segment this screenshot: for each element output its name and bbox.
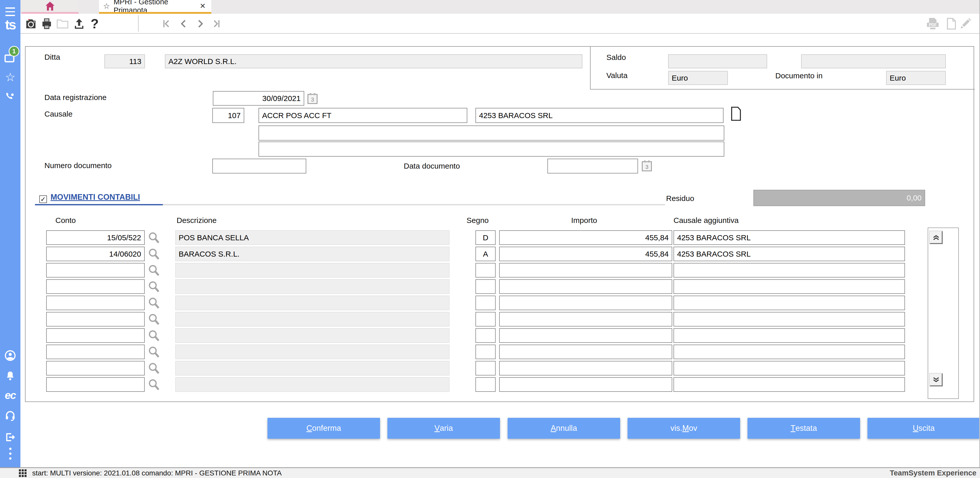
conto-field[interactable] <box>46 295 145 310</box>
search-icon[interactable] <box>147 231 161 245</box>
edit-icon[interactable] <box>959 17 972 30</box>
favorite-star-icon[interactable]: ☆ <box>103 2 110 11</box>
conto-field[interactable]: 14/06020 <box>46 247 145 261</box>
search-icon[interactable] <box>147 378 161 392</box>
ec-logo[interactable]: ec <box>0 389 21 402</box>
segno-field[interactable]: A <box>476 247 496 261</box>
segno-field[interactable] <box>476 377 496 392</box>
segno-field[interactable] <box>476 279 496 294</box>
conto-field[interactable] <box>46 361 145 375</box>
help-icon[interactable]: ? <box>88 17 102 30</box>
nav-last-icon[interactable] <box>210 17 224 30</box>
footer-button[interactable]: Uscita <box>867 418 980 439</box>
segno-field[interactable] <box>476 312 496 327</box>
search-icon[interactable] <box>147 345 161 359</box>
search-icon[interactable] <box>147 247 161 261</box>
new-page-icon[interactable] <box>944 17 958 30</box>
movimenti-section-title[interactable]: MOVIMENTI CONTABILI <box>51 192 140 202</box>
folder-icon[interactable] <box>56 17 69 30</box>
importo-field[interactable] <box>499 377 672 392</box>
calendar-icon[interactable]: 3 <box>641 160 652 172</box>
data-registrazione-field[interactable]: 30/09/2021 <box>213 91 304 106</box>
conto-field[interactable] <box>46 279 145 294</box>
search-icon[interactable] <box>147 313 161 327</box>
segno-field[interactable] <box>476 263 496 278</box>
causale-aggiuntiva-field[interactable] <box>673 295 905 310</box>
scroll-down-icon[interactable] <box>930 373 942 386</box>
importo-field[interactable] <box>499 295 672 310</box>
conto-field[interactable]: 15/05/522 <box>46 230 145 245</box>
causale-aggiuntiva-field[interactable] <box>673 345 905 359</box>
search-icon[interactable] <box>147 361 161 375</box>
footer-button[interactable]: Testata <box>748 418 860 439</box>
segno-field[interactable]: D <box>476 230 496 245</box>
nav-next-icon[interactable] <box>193 17 207 30</box>
causale-desc-field[interactable]: ACCR POS ACC FT <box>259 108 467 123</box>
causale-code-field[interactable]: 107 <box>212 108 244 123</box>
kebab-icon[interactable] <box>0 446 21 461</box>
phone-icon[interactable] <box>0 90 21 103</box>
importo-field[interactable]: 455,84 <box>499 230 672 245</box>
user-icon[interactable] <box>0 349 21 362</box>
causale-aggiuntiva-field[interactable]: 4253 BARACOS SRL <box>673 247 905 261</box>
tab-active-underline <box>99 12 211 14</box>
footer-button[interactable]: Annulla <box>508 418 620 439</box>
tab-active[interactable]: ☆ MPRI - Gestione Primanota ✕ <box>99 0 211 12</box>
importo-field[interactable] <box>499 345 672 359</box>
upload-icon[interactable] <box>72 17 86 30</box>
causale-aggiuntiva-field[interactable] <box>673 328 905 343</box>
camera-icon[interactable] <box>24 17 38 30</box>
causale-aggiuntiva-field[interactable] <box>673 279 905 294</box>
sidebar: ts 1 ☆ ec <box>0 0 21 467</box>
tab-close-icon[interactable]: ✕ <box>200 2 206 10</box>
causale-aggiuntiva-field[interactable] <box>673 377 905 392</box>
conto-field[interactable] <box>46 345 145 359</box>
app-grid-icon[interactable] <box>19 469 27 477</box>
calendar-icon[interactable]: 3 <box>307 92 318 105</box>
importo-field[interactable] <box>499 263 672 278</box>
segno-field[interactable] <box>476 361 496 375</box>
causale-note-field-1[interactable] <box>259 125 724 141</box>
segno-field[interactable] <box>476 295 496 310</box>
search-icon[interactable] <box>147 329 161 343</box>
nav-prev-icon[interactable] <box>177 17 190 30</box>
footer-button[interactable]: vis. Mov <box>628 418 740 439</box>
importo-field[interactable] <box>499 279 672 294</box>
star-icon[interactable]: ☆ <box>0 70 21 84</box>
sidebar-item-documents[interactable]: 1 <box>0 49 21 65</box>
footer-button[interactable]: Varia <box>387 418 500 439</box>
numero-documento-field[interactable] <box>212 159 306 173</box>
causale-aggiuntiva-field[interactable] <box>673 263 905 278</box>
causale-note-field-2[interactable] <box>259 141 724 157</box>
conto-field[interactable] <box>46 312 145 327</box>
search-icon[interactable] <box>147 280 161 294</box>
numero-documento-label: Numero documento <box>45 161 111 170</box>
footer-button[interactable]: Conferma <box>267 418 380 439</box>
conto-field[interactable] <box>46 377 145 392</box>
importo-field[interactable] <box>499 312 672 327</box>
tab-home[interactable] <box>21 0 79 12</box>
nav-first-icon[interactable] <box>159 17 173 30</box>
data-documento-field[interactable] <box>547 159 638 173</box>
search-icon[interactable] <box>147 296 161 310</box>
ditta-code-field: 113 <box>104 54 145 68</box>
importo-field[interactable] <box>499 361 672 375</box>
bell-icon[interactable] <box>0 369 21 383</box>
causale-aggiuntiva-field[interactable] <box>673 361 905 375</box>
importo-field[interactable] <box>499 328 672 343</box>
segno-field[interactable] <box>476 328 496 343</box>
document-icon[interactable] <box>730 106 741 122</box>
conto-field[interactable] <box>46 263 145 278</box>
importo-field[interactable]: 455,84 <box>499 247 672 261</box>
menu-icon[interactable] <box>0 6 21 17</box>
segno-field[interactable] <box>476 345 496 359</box>
print-icon[interactable] <box>40 17 54 30</box>
causale-aggiuntiva-field[interactable] <box>673 312 905 327</box>
search-icon[interactable] <box>147 264 161 278</box>
scroll-up-icon[interactable] <box>930 231 942 244</box>
conto-field[interactable] <box>46 328 145 343</box>
causale-extra-field[interactable]: 4253 BARACOS SRL <box>476 108 724 123</box>
pdf-icon[interactable]: PDF <box>926 17 940 30</box>
movimenti-checkbox[interactable]: ✓ <box>39 195 47 203</box>
causale-aggiuntiva-field[interactable]: 4253 BARACOS SRL <box>673 230 905 245</box>
